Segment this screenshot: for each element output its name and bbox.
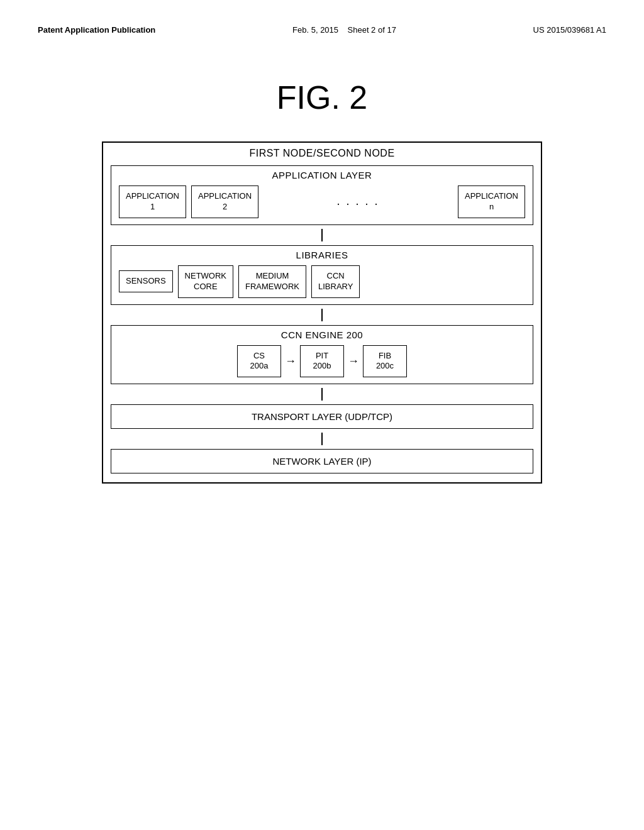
fib-line1: FIB <box>379 351 391 360</box>
connector-3 <box>103 388 541 401</box>
page: Patent Application Publication Feb. 5, 2… <box>0 0 644 830</box>
connector-2 <box>103 309 541 321</box>
arrow-cs-pit: → <box>281 355 300 368</box>
ccn-library-line2: LIBRARY <box>318 282 353 291</box>
outer-label: FIRST NODE/SECOND NODE <box>103 143 541 162</box>
bottom-spacer <box>103 477 541 482</box>
application-n-line1: APPLICATION <box>465 191 518 201</box>
application-layer-section: APPLICATION LAYER APPLICATION 1 APPLICAT… <box>111 165 533 225</box>
figure-title: FIG. 2 <box>38 79 606 116</box>
application-layer-label: APPLICATION LAYER <box>116 170 528 180</box>
header-date: Feb. 5, 2015 <box>292 25 338 35</box>
application-1-box: APPLICATION 1 <box>119 185 186 218</box>
cs-line2: 200a <box>250 361 269 370</box>
medium-framework-line2: FRAMEWORK <box>245 282 299 291</box>
medium-framework-box: MEDIUM FRAMEWORK <box>238 265 306 298</box>
cs-box: CS 200a <box>237 345 281 378</box>
transport-layer-section: TRANSPORT LAYER (UDP/TCP) <box>111 404 533 429</box>
application-n-box: APPLICATION n <box>458 185 525 218</box>
application-1-line2: 1 <box>150 202 155 211</box>
libraries-items: SENSORS NETWORK CORE MEDIUM FRAMEWORK CC… <box>116 265 528 298</box>
cs-line1: CS <box>253 351 265 360</box>
network-core-line2: CORE <box>194 282 218 291</box>
ccn-engine-label: CCN ENGINE 200 <box>116 329 528 340</box>
pit-line1: PIT <box>316 351 328 360</box>
ccn-library-box: CCN LIBRARY <box>311 265 360 298</box>
fib-box: FIB 200c <box>363 345 407 378</box>
connector-1 <box>103 229 541 241</box>
libraries-label: LIBRARIES <box>116 250 528 260</box>
arrow-pit-fib: → <box>344 355 363 368</box>
network-core-box: NETWORK CORE <box>178 265 233 298</box>
pit-box: PIT 200b <box>300 345 344 378</box>
header-right: US 2015/039681 A1 <box>533 25 606 35</box>
dots-separator: . . . . . <box>264 195 453 208</box>
pit-line2: 200b <box>313 361 331 370</box>
libraries-section: LIBRARIES SENSORS NETWORK CORE MEDIUM FR… <box>111 245 533 305</box>
header-center: Feb. 5, 2015 Sheet 2 of 17 <box>292 25 396 35</box>
application-2-box: APPLICATION 2 <box>191 185 258 218</box>
ccn-library-line1: CCN <box>327 271 345 280</box>
header: Patent Application Publication Feb. 5, 2… <box>38 25 606 35</box>
ccn-engine-items: CS 200a → PIT 200b → FIB 200c <box>116 345 528 378</box>
application-layer-items: APPLICATION 1 APPLICATION 2 . . . . . AP… <box>116 185 528 218</box>
fib-line2: 200c <box>376 361 394 370</box>
diagram-container: FIRST NODE/SECOND NODE APPLICATION LAYER… <box>102 141 542 484</box>
application-2-line2: 2 <box>223 202 227 211</box>
medium-framework-line1: MEDIUM <box>256 271 289 280</box>
application-1-line1: APPLICATION <box>126 191 179 201</box>
network-core-line1: NETWORK <box>185 271 226 280</box>
application-2-line1: APPLICATION <box>198 191 252 201</box>
application-n-line2: n <box>489 202 494 211</box>
ccn-engine-section: CCN ENGINE 200 CS 200a → PIT 200b → FIB … <box>111 325 533 385</box>
connector-4 <box>103 433 541 445</box>
network-layer-section: NETWORK LAYER (IP) <box>111 449 533 473</box>
sensors-box: SENSORS <box>119 270 173 292</box>
header-sheet: Sheet 2 of 17 <box>348 25 396 35</box>
sensors-label: SENSORS <box>126 276 166 285</box>
header-left: Patent Application Publication <box>38 25 155 35</box>
